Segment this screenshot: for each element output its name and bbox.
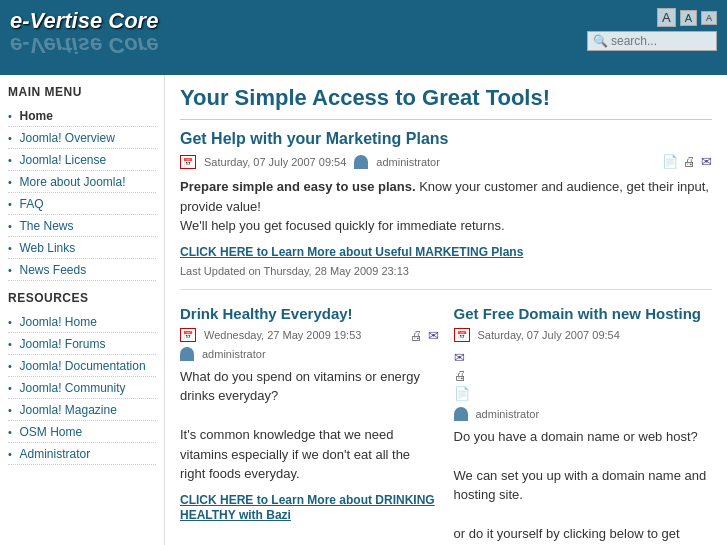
sidebar-link-joomla-community[interactable]: Joomla! Community <box>19 381 125 395</box>
bullet-icon: • <box>8 176 12 188</box>
logo: e-Vertise Core e-Vertise Core <box>10 8 158 56</box>
email-icon-domain[interactable]: ✉ <box>454 350 470 365</box>
article-actions-domain: ✉ 🖨 📄 <box>454 350 470 401</box>
print-icon-domain[interactable]: 🖨 <box>454 368 470 383</box>
sidebar-item-overview[interactable]: • Joomla! Overview <box>8 127 156 149</box>
sidebar-item-joomla-forums[interactable]: • Joomla! Forums <box>8 333 156 355</box>
print-icon[interactable]: 🖨 <box>683 154 696 169</box>
article-date-marketing: Saturday, 07 July 2007 09:54 <box>204 156 346 168</box>
bullet-icon: • <box>8 316 12 328</box>
pdf-icon-domain[interactable]: 📄 <box>454 386 470 401</box>
bullet-icon: • <box>8 360 12 372</box>
sidebar-link-joomla-home[interactable]: Joomla! Home <box>19 315 96 329</box>
sidebar-item-joomla-docs[interactable]: • Joomla! Documentation <box>8 355 156 377</box>
article-meta-marketing: 📅 Saturday, 07 July 2007 09:54 administr… <box>180 154 712 169</box>
sidebar-item-joomla-community[interactable]: • Joomla! Community <box>8 377 156 399</box>
page-title: Your Simple Access to Great Tools! <box>180 85 712 120</box>
article-actions: 📄 🖨 ✉ <box>662 154 712 169</box>
font-large-button[interactable]: A <box>657 8 676 27</box>
article-meta-author-domain: administrator <box>454 407 713 421</box>
article-author-domain: administrator <box>476 408 540 420</box>
article-meta-domain: 📅 Saturday, 07 July 2007 09:54 <box>454 328 713 342</box>
bullet-icon: • <box>8 110 12 122</box>
sidebar-link-osm-home[interactable]: OSM Home <box>19 425 82 439</box>
pdf-icon[interactable]: 📄 <box>662 154 678 169</box>
user-icon-domain <box>454 407 468 421</box>
font-small-button[interactable]: A <box>701 11 717 25</box>
article-date-drinking: Wednesday, 27 May 2009 19:53 <box>204 329 361 341</box>
bullet-icon: • <box>8 338 12 350</box>
bullet-icon: • <box>8 132 12 144</box>
article-date-domain: Saturday, 07 July 2007 09:54 <box>478 329 620 341</box>
sidebar-item-faq[interactable]: • FAQ <box>8 193 156 215</box>
main-content: Your Simple Access to Great Tools! Get H… <box>165 75 727 545</box>
sidebar-link-overview[interactable]: Joomla! Overview <box>19 131 114 145</box>
article-body-bold: Prepare simple and easy to use plans. <box>180 179 416 194</box>
main-menu: • Home • Joomla! Overview • Joomla! Lice… <box>8 105 156 281</box>
sidebar-link-newsfeeds[interactable]: News Feeds <box>19 263 86 277</box>
article-title-marketing: Get Help with your Marketing Plans <box>180 130 712 148</box>
article-link-marketing[interactable]: CLICK HERE to Learn More about Useful MA… <box>180 245 523 259</box>
calendar-icon-domain: 📅 <box>454 328 470 342</box>
article-body-line1-domain: Do you have a domain name or web host? <box>454 429 698 444</box>
main-menu-title: MAIN MENU <box>8 85 156 99</box>
sidebar-link-home[interactable]: Home <box>19 109 52 123</box>
article-link-drinking[interactable]: CLICK HERE to Learn More about DRINKING … <box>180 493 435 522</box>
user-icon <box>354 155 368 169</box>
print-icon-drinking[interactable]: 🖨 <box>410 328 423 343</box>
search-input[interactable] <box>611 34 711 48</box>
article-meta-drinking2: administrator <box>180 347 439 361</box>
sidebar: MAIN MENU • Home • Joomla! Overview • Jo… <box>0 75 165 545</box>
bullet-icon: • <box>8 242 12 254</box>
sidebar-link-more[interactable]: More about Joomla! <box>19 175 125 189</box>
sidebar-item-news[interactable]: • The News <box>8 215 156 237</box>
user-icon-drinking <box>180 347 194 361</box>
article-body-domain: Do you have a domain name or web host? W… <box>454 427 713 546</box>
header-right: A A A 🔍 <box>587 8 717 51</box>
article-marketing: Get Help with your Marketing Plans 📅 Sat… <box>180 130 712 290</box>
sidebar-item-home[interactable]: • Home <box>8 105 156 127</box>
article-author-drinking: administrator <box>202 348 266 360</box>
article-body-line2-drinking: It's common knowledge that we need vitam… <box>180 427 410 481</box>
sidebar-link-administrator[interactable]: Administrator <box>19 447 90 461</box>
article-drinking: Drink Healthy Everyday! 📅 Wednesday, 27 … <box>180 305 439 546</box>
sidebar-item-administrator[interactable]: • Administrator <box>8 443 156 465</box>
sidebar-link-joomla-magazine[interactable]: Joomla! Magazine <box>19 403 116 417</box>
articles-grid: Drink Healthy Everyday! 📅 Wednesday, 27 … <box>180 305 712 546</box>
bullet-icon: • <box>8 382 12 394</box>
layout: MAIN MENU • Home • Joomla! Overview • Jo… <box>0 75 727 545</box>
sidebar-link-license[interactable]: Joomla! License <box>19 153 106 167</box>
email-icon[interactable]: ✉ <box>701 154 712 169</box>
email-icon-drinking[interactable]: ✉ <box>428 328 439 343</box>
sidebar-item-license[interactable]: • Joomla! License <box>8 149 156 171</box>
bullet-icon: • <box>8 426 12 438</box>
font-size-controls: A A A <box>657 8 717 27</box>
article-body-drinking: What do you spend on vitamins or energy … <box>180 367 439 484</box>
sidebar-item-joomla-home[interactable]: • Joomla! Home <box>8 311 156 333</box>
calendar-icon-drinking: 📅 <box>180 328 196 342</box>
search-icon: 🔍 <box>593 34 608 48</box>
sidebar-link-joomla-forums[interactable]: Joomla! Forums <box>19 337 105 351</box>
calendar-icon: 📅 <box>180 155 196 169</box>
bullet-icon: • <box>8 220 12 232</box>
sidebar-link-weblinks[interactable]: Web Links <box>19 241 75 255</box>
article-meta-drinking: 📅 Wednesday, 27 May 2009 19:53 🖨 ✉ <box>180 328 439 343</box>
article-body-line1-drinking: What do you spend on vitamins or energy … <box>180 369 420 404</box>
sidebar-item-joomla-magazine[interactable]: • Joomla! Magazine <box>8 399 156 421</box>
sidebar-link-joomla-docs[interactable]: Joomla! Documentation <box>19 359 145 373</box>
sidebar-link-news[interactable]: The News <box>19 219 73 233</box>
sidebar-item-weblinks[interactable]: • Web Links <box>8 237 156 259</box>
resources-menu: • Joomla! Home • Joomla! Forums • Joomla… <box>8 311 156 465</box>
article-title-domain: Get Free Domain with new Hosting <box>454 305 713 322</box>
font-medium-button[interactable]: A <box>680 10 697 26</box>
sidebar-item-more[interactable]: • More about Joomla! <box>8 171 156 193</box>
header: e-Vertise Core e-Vertise Core A A A 🔍 <box>0 0 727 75</box>
article-body-line2: We'll help you get focused quickly for i… <box>180 218 505 233</box>
article-title-drinking: Drink Healthy Everyday! <box>180 305 439 322</box>
sidebar-link-faq[interactable]: FAQ <box>19 197 43 211</box>
sidebar-item-newsfeeds[interactable]: • News Feeds <box>8 259 156 281</box>
article-actions-drinking: 🖨 ✉ <box>410 328 439 343</box>
sidebar-item-osm-home[interactable]: • OSM Home <box>8 421 156 443</box>
bullet-icon: • <box>8 264 12 276</box>
article-meta-domain2: ✉ 🖨 📄 <box>454 350 713 401</box>
